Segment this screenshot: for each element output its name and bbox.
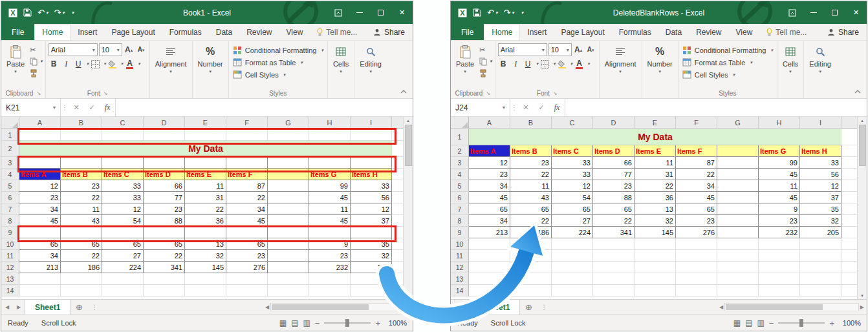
cell-C1[interactable] bbox=[102, 129, 144, 141]
underline-button[interactable]: U bbox=[523, 58, 534, 70]
tab-file[interactable]: File bbox=[451, 24, 484, 40]
tab-bar-splitter[interactable]: ⋮ bbox=[541, 300, 547, 315]
format-as-table-button[interactable]: Format as Table▾ bbox=[230, 56, 305, 68]
cell-styles-button[interactable]: Cell Styles▾ bbox=[230, 68, 288, 81]
cell-G10[interactable] bbox=[717, 238, 759, 250]
tab-data[interactable]: Data bbox=[658, 24, 689, 40]
close-button[interactable]: ✕ bbox=[391, 1, 413, 24]
cell-F3[interactable]: 87 bbox=[676, 157, 717, 169]
cell-F9[interactable]: 276 bbox=[676, 227, 717, 238]
formula-input[interactable] bbox=[565, 99, 867, 116]
cell-C9[interactable] bbox=[102, 227, 144, 238]
sheet-tab-sheet1[interactable]: Sheet1 bbox=[474, 300, 520, 315]
cell-G4[interactable] bbox=[268, 169, 309, 180]
cell-E9[interactable]: 145 bbox=[635, 227, 676, 238]
cell-D1[interactable] bbox=[144, 129, 185, 141]
cell-I14[interactable] bbox=[800, 285, 841, 296]
cancel-icon[interactable]: ✕ bbox=[69, 99, 84, 116]
cell-E8[interactable]: 36 bbox=[185, 215, 226, 227]
cell-B7[interactable]: 65 bbox=[510, 203, 552, 215]
hscroll-left-icon[interactable]: ◀ bbox=[265, 304, 269, 310]
paste-dropdown-icon[interactable]: ▾ bbox=[14, 69, 17, 74]
cell-G8[interactable] bbox=[717, 215, 759, 227]
select-all-corner[interactable] bbox=[1, 117, 19, 129]
enter-icon[interactable]: ✓ bbox=[84, 99, 100, 116]
cell-B4[interactable]: 22 bbox=[510, 169, 552, 180]
page-layout-view-button[interactable]: ▤ bbox=[745, 318, 752, 327]
zoom-slider-thumb[interactable] bbox=[799, 319, 803, 327]
horizontal-scrollbar[interactable]: ◀ ▶ bbox=[263, 300, 413, 315]
column-header-B[interactable]: B bbox=[510, 117, 552, 129]
cell-H4[interactable]: 45 bbox=[759, 169, 800, 180]
redo-button[interactable]: ↷▾ bbox=[501, 8, 516, 17]
row-header-11[interactable]: 11 bbox=[1, 250, 19, 262]
cell-H7[interactable]: 9 bbox=[759, 203, 800, 215]
insert-function-icon[interactable]: fx bbox=[549, 99, 565, 116]
cell-D4[interactable]: 77 bbox=[593, 169, 635, 180]
cell-H6[interactable]: 45 bbox=[309, 192, 351, 203]
cell-A12[interactable]: 213 bbox=[19, 262, 61, 273]
vertical-scroll-thumb[interactable] bbox=[859, 125, 866, 166]
cell-A3[interactable]: 12 bbox=[469, 157, 510, 169]
cell-E2[interactable]: Items E bbox=[635, 145, 676, 157]
cell-B11[interactable]: 22 bbox=[61, 250, 102, 262]
shrink-font-button[interactable]: A▾ bbox=[136, 44, 147, 56]
cell-H14[interactable] bbox=[309, 285, 351, 296]
cells-button[interactable]: Cells ▾ bbox=[329, 41, 353, 74]
row-header-2[interactable]: 2 bbox=[1, 141, 19, 157]
column-header-I[interactable]: I bbox=[351, 117, 392, 129]
row-header-8[interactable]: 8 bbox=[451, 215, 469, 227]
fill-color-dropdown-icon[interactable]: ▾ bbox=[570, 61, 573, 67]
cell-A13[interactable] bbox=[19, 273, 61, 285]
cell-A10[interactable] bbox=[469, 238, 510, 250]
zoom-out-button[interactable]: − bbox=[315, 318, 320, 328]
cell-C5[interactable]: 12 bbox=[552, 180, 593, 192]
page-break-view-button[interactable]: ▥ bbox=[757, 318, 764, 327]
tab-formulas[interactable]: Formulas bbox=[612, 24, 658, 40]
row-header-14[interactable]: 14 bbox=[451, 285, 469, 296]
zoom-level[interactable]: 100% bbox=[839, 319, 861, 327]
row-header-6[interactable]: 6 bbox=[451, 192, 469, 203]
cell-F7[interactable]: 65 bbox=[676, 203, 717, 215]
row-header-6[interactable]: 6 bbox=[1, 192, 19, 203]
column-header-F[interactable]: F bbox=[676, 117, 717, 129]
cell-I8[interactable]: 32 bbox=[800, 215, 841, 227]
cell-F8[interactable]: 45 bbox=[226, 215, 268, 227]
cell-G5[interactable] bbox=[717, 180, 759, 192]
scroll-down-icon[interactable]: ▾ bbox=[407, 292, 409, 299]
cell-D6[interactable]: 88 bbox=[593, 192, 635, 203]
cell-B8[interactable]: 43 bbox=[61, 215, 102, 227]
bold-button[interactable]: B bbox=[49, 58, 60, 70]
cell-H12[interactable]: 232 bbox=[309, 262, 351, 273]
cell-F10[interactable] bbox=[676, 238, 717, 250]
cell-D10[interactable]: 65 bbox=[144, 238, 185, 250]
number-button[interactable]: % Number ▾ bbox=[194, 41, 227, 74]
enter-icon[interactable]: ✓ bbox=[534, 99, 549, 116]
cell-C12[interactable] bbox=[552, 262, 593, 273]
cell-F8[interactable]: 23 bbox=[676, 215, 717, 227]
cell-E13[interactable] bbox=[185, 273, 226, 285]
cell-B7[interactable]: 11 bbox=[61, 203, 102, 215]
cell-C7[interactable]: 12 bbox=[102, 203, 144, 215]
cell-F3[interactable] bbox=[226, 157, 268, 169]
row-header-11[interactable]: 11 bbox=[451, 250, 469, 262]
tab-review[interactable]: Review bbox=[239, 24, 279, 40]
maximize-button[interactable] bbox=[370, 1, 391, 24]
cell-B6[interactable]: 43 bbox=[510, 192, 552, 203]
cell-H13[interactable] bbox=[759, 273, 800, 285]
row-header-13[interactable]: 13 bbox=[451, 273, 469, 285]
cell-E8[interactable]: 32 bbox=[635, 215, 676, 227]
cancel-icon[interactable]: ✕ bbox=[518, 99, 534, 116]
font-color-dropdown-icon[interactable]: ▾ bbox=[587, 61, 590, 67]
cell-B3[interactable] bbox=[61, 157, 102, 169]
cell-I13[interactable] bbox=[351, 273, 392, 285]
cell-G10[interactable] bbox=[268, 238, 309, 250]
cell-F6[interactable]: 22 bbox=[226, 192, 268, 203]
tab-home[interactable]: Home bbox=[484, 24, 520, 40]
cell-B13[interactable] bbox=[510, 273, 552, 285]
cell-H9[interactable]: 232 bbox=[759, 227, 800, 238]
cell-A7[interactable]: 65 bbox=[469, 203, 510, 215]
column-header-A[interactable]: A bbox=[19, 117, 61, 129]
cell-I3[interactable] bbox=[351, 157, 392, 169]
cell-G2[interactable] bbox=[717, 145, 759, 157]
